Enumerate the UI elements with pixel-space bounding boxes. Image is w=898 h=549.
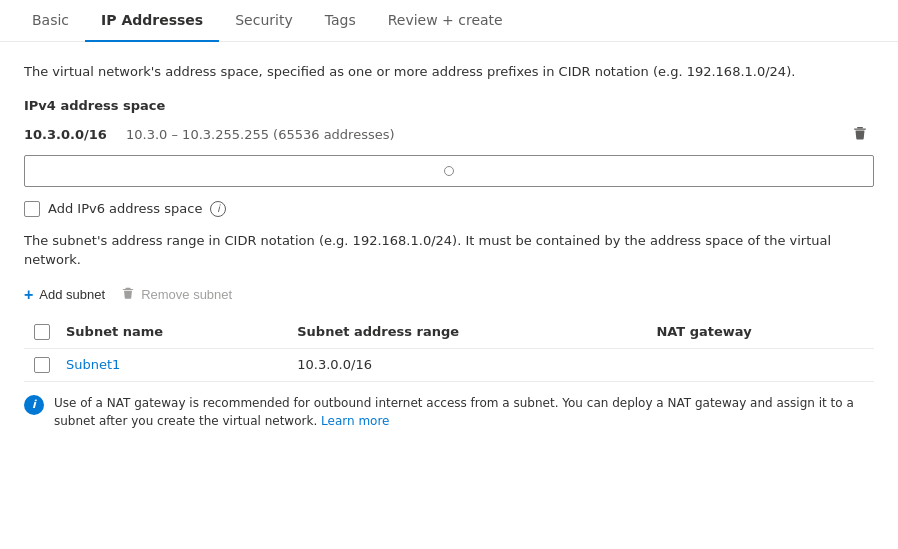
main-content: The virtual network's address space, spe… — [0, 42, 898, 458]
tab-basic[interactable]: Basic — [16, 0, 85, 42]
add-subnet-label: Add subnet — [39, 287, 105, 302]
subnet-name-link[interactable]: Subnet1 — [66, 357, 120, 372]
tab-review-create[interactable]: Review + create — [372, 0, 519, 42]
tab-tags[interactable]: Tags — [309, 0, 372, 42]
table-header-checkbox[interactable] — [34, 324, 50, 340]
info-banner-text: Use of a NAT gateway is recommended for … — [54, 394, 874, 430]
slider-handle — [444, 166, 454, 176]
learn-more-link[interactable]: Learn more — [321, 414, 389, 428]
ipv6-checkbox-row: Add IPv6 address space i — [24, 201, 874, 217]
col-subnet-name: Subnet name — [56, 316, 287, 349]
remove-subnet-label: Remove subnet — [141, 287, 232, 302]
subnet-name-cell: Subnet1 — [56, 348, 287, 381]
plus-icon: + — [24, 286, 33, 304]
table-row: Subnet1 10.3.0.0/16 — [24, 348, 874, 381]
nat-gateway-cell — [646, 348, 874, 381]
info-circle-icon: i — [24, 395, 44, 415]
info-banner-message: Use of a NAT gateway is recommended for … — [54, 396, 854, 428]
svg-rect-3 — [123, 289, 134, 290]
row-checkbox-cell — [24, 348, 56, 381]
add-subnet-button[interactable]: + Add subnet — [24, 286, 105, 304]
svg-rect-2 — [126, 288, 131, 289]
col-nat-gateway: NAT gateway — [646, 316, 874, 349]
address-slider[interactable] — [24, 155, 874, 187]
tab-bar: Basic IP Addresses Security Tags Review … — [0, 0, 898, 42]
ipv6-checkbox[interactable] — [24, 201, 40, 217]
col-subnet-address: Subnet address range — [287, 316, 646, 349]
table-header-row: Subnet name Subnet address range NAT gat… — [24, 316, 874, 349]
subnet-address-cell: 10.3.0.0/16 — [287, 348, 646, 381]
ipv4-section-label: IPv4 address space — [24, 98, 874, 113]
address-space-description: The virtual network's address space, spe… — [24, 62, 874, 82]
tab-ip-addresses[interactable]: IP Addresses — [85, 0, 219, 42]
address-row: 10.3.0.0/16 10.3.0 – 10.3.255.255 (65536… — [24, 123, 874, 147]
remove-subnet-button[interactable]: Remove subnet — [121, 286, 232, 303]
address-cidr: 10.3.0.0/16 — [24, 127, 114, 142]
address-range: 10.3.0 – 10.3.255.255 (65536 addresses) — [126, 127, 395, 142]
col-checkbox — [24, 316, 56, 349]
delete-address-button[interactable] — [846, 123, 874, 147]
remove-trash-icon — [121, 286, 135, 303]
ipv6-info-icon[interactable]: i — [210, 201, 226, 217]
subnet-table: Subnet name Subnet address range NAT gat… — [24, 316, 874, 382]
subnet-description: The subnet's address range in CIDR notat… — [24, 231, 874, 270]
svg-rect-0 — [857, 127, 863, 129]
svg-rect-1 — [854, 128, 866, 129]
row-checkbox[interactable] — [34, 357, 50, 373]
ipv6-checkbox-label: Add IPv6 address space — [48, 201, 202, 216]
subnet-actions: + Add subnet Remove subnet — [24, 286, 874, 304]
tab-security[interactable]: Security — [219, 0, 309, 42]
info-banner: i Use of a NAT gateway is recommended fo… — [24, 386, 874, 438]
